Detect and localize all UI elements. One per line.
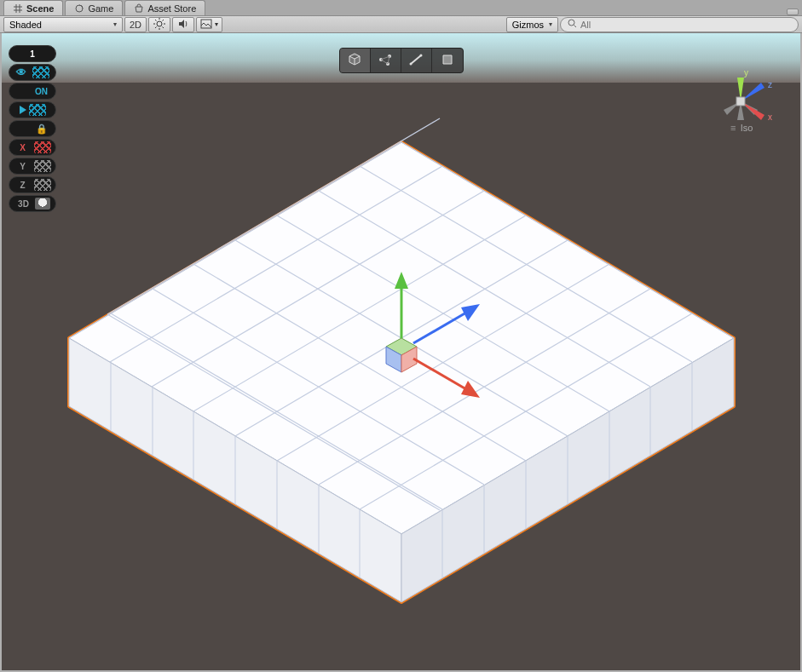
face-icon	[440, 52, 455, 69]
toggle-lighting-button[interactable]	[148, 17, 170, 32]
tab-asset-store-label: Asset Store	[147, 3, 196, 14]
tab-game[interactable]: Game	[65, 0, 123, 15]
asset-store-icon	[134, 3, 144, 14]
badge-selection-count[interactable]: 1	[9, 45, 56, 62]
toggle-2d-button[interactable]: 2D	[124, 17, 147, 32]
svg-text:y: y	[744, 68, 748, 78]
scene-viewport[interactable]: 1 👁 ON 🔒 X Y	[0, 33, 802, 672]
eye-icon: 👁	[16, 66, 30, 78]
cube-icon	[347, 52, 362, 69]
scene-icon	[13, 3, 23, 14]
scene-toolbar: Shaded ▾ 2D ▾ Gizmos ▾	[0, 16, 802, 33]
search-input[interactable]	[580, 20, 791, 30]
search-icon	[568, 19, 577, 30]
shading-mode-dropdown[interactable]: Shaded ▾	[3, 17, 123, 32]
toggle-effects-dropdown[interactable]: ▾	[196, 17, 222, 32]
tab-scene[interactable]: Scene	[3, 0, 63, 15]
tab-asset-store[interactable]: Asset Store	[124, 0, 205, 15]
sun-icon	[153, 18, 165, 32]
chevron-down-icon: ▾	[113, 20, 117, 28]
chevron-down-icon: ▾	[215, 20, 218, 28]
tab-options-button[interactable]	[787, 9, 799, 15]
vertex-icon	[378, 52, 393, 69]
game-icon	[74, 3, 84, 14]
badge-3d-label: 3D	[15, 199, 32, 209]
badge-z-label: Z	[14, 181, 32, 190]
svg-point-3	[568, 20, 574, 26]
svg-point-8	[420, 55, 423, 57]
image-icon	[200, 18, 212, 32]
tab-game-label: Game	[88, 3, 113, 14]
edge-icon	[408, 52, 424, 69]
face-mode-button[interactable]	[432, 49, 463, 72]
svg-point-7	[410, 63, 413, 66]
hatch-icon	[32, 66, 49, 78]
scene-object[interactable]	[43, 91, 759, 638]
probuilder-mode-toolbar	[339, 48, 464, 73]
svg-text:z: z	[768, 80, 772, 89]
chevron-down-icon: ▾	[549, 20, 552, 28]
svg-point-1	[157, 21, 162, 26]
badge-count-label: 1	[24, 49, 41, 59]
badge-x-label: X	[14, 143, 32, 152]
search-field[interactable]	[560, 17, 799, 32]
tab-row-controls	[787, 9, 802, 15]
gizmos-label: Gizmos	[512, 20, 544, 30]
arrow-right-icon	[20, 106, 26, 114]
toggle-audio-button[interactable]	[172, 17, 194, 32]
svg-text:x: x	[768, 112, 772, 122]
gizmos-dropdown[interactable]: Gizmos ▾	[506, 17, 558, 32]
badge-toggle-visibility[interactable]: 👁	[9, 64, 56, 81]
tab-scene-label: Scene	[26, 3, 54, 14]
vertex-mode-button[interactable]	[371, 49, 401, 72]
audio-icon	[177, 18, 189, 32]
toggle-2d-label: 2D	[130, 20, 141, 30]
edge-mode-button[interactable]	[401, 49, 432, 72]
shading-mode-label: Shaded	[9, 20, 42, 30]
object-mode-button[interactable]	[340, 49, 371, 72]
badge-y-label: Y	[14, 162, 32, 171]
view-tabs: Scene Game Asset Store	[0, 0, 802, 16]
